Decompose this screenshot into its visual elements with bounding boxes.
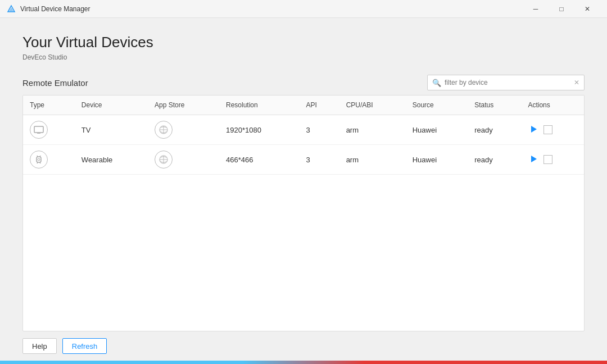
appstore-cell: [148, 115, 219, 145]
actions-cell: [521, 115, 584, 145]
table-header-row: Type Device App Store Resolution API CPU…: [23, 95, 584, 115]
section-title: Remote Emulator: [22, 78, 88, 88]
col-actions: Actions: [521, 95, 584, 115]
search-box[interactable]: 🔍 ✕: [427, 75, 585, 90]
svg-rect-9: [37, 157, 41, 162]
appstore-icon: [155, 151, 173, 169]
device-name-cell: TV: [75, 115, 148, 145]
svg-line-12: [37, 162, 38, 163]
svg-marker-8: [531, 126, 537, 133]
svg-point-14: [38, 158, 40, 161]
status-cell: ready: [468, 145, 521, 175]
page-title: Your Virtual Devices: [22, 34, 585, 51]
type-cell: [23, 145, 75, 175]
window-controls: ─ □ ✕: [523, 0, 600, 18]
svg-line-13: [40, 162, 40, 163]
col-cpuabi: CPU/ABI: [339, 95, 406, 115]
bottom-bar: [0, 361, 607, 364]
device-table-container: Type Device App Store Resolution API CPU…: [22, 95, 585, 331]
api-cell: 3: [300, 115, 339, 145]
col-appstore: App Store: [148, 95, 219, 115]
appstore-icon: [155, 121, 173, 139]
device-table: Type Device App Store Resolution API CPU…: [23, 95, 584, 175]
device-name-cell: Wearable: [75, 145, 148, 175]
main-content: Your Virtual Devices DevEco Studio Remot…: [0, 18, 607, 331]
status-cell: ready: [468, 115, 521, 145]
page-subtitle: DevEco Studio: [22, 53, 585, 61]
title-bar-text: Virtual Device Manager: [20, 5, 523, 13]
type-cell: [23, 115, 75, 145]
resolution-cell: 1920*1080: [219, 115, 300, 145]
col-device: Device: [75, 95, 148, 115]
stop-button[interactable]: [543, 125, 552, 134]
help-button[interactable]: Help: [22, 338, 57, 354]
footer: Help Refresh: [0, 331, 607, 361]
search-input[interactable]: [445, 79, 574, 87]
wearable-icon: [30, 151, 48, 169]
col-resolution: Resolution: [219, 95, 300, 115]
api-cell: 3: [300, 145, 339, 175]
search-icon: 🔍: [432, 79, 441, 87]
svg-rect-2: [34, 126, 43, 133]
resolution-cell: 466*466: [219, 145, 300, 175]
maximize-button[interactable]: □: [549, 0, 574, 18]
source-cell: Huawei: [406, 145, 468, 175]
close-button[interactable]: ✕: [574, 0, 600, 18]
app-logo: [7, 4, 16, 13]
col-source: Source: [406, 95, 468, 115]
play-button[interactable]: [528, 124, 539, 136]
play-button[interactable]: [528, 153, 539, 166]
source-cell: Huawei: [406, 115, 468, 145]
minimize-button[interactable]: ─: [523, 0, 549, 18]
section-header: Remote Emulator 🔍 ✕: [22, 75, 585, 90]
col-status: Status: [468, 95, 521, 115]
svg-line-11: [40, 156, 40, 157]
table-row: TV 1920*1080 3: [23, 115, 584, 145]
tv-icon: [30, 121, 48, 139]
col-type: Type: [23, 95, 75, 115]
search-clear-icon[interactable]: ✕: [574, 79, 579, 86]
stop-button[interactable]: [543, 155, 552, 164]
actions-cell: [521, 145, 584, 175]
cpuabi-cell: arm: [339, 145, 406, 175]
svg-marker-18: [531, 156, 537, 162]
col-api: API: [300, 95, 339, 115]
title-bar: Virtual Device Manager ─ □ ✕: [0, 0, 607, 18]
cpuabi-cell: arm: [339, 115, 406, 145]
svg-line-10: [37, 156, 38, 157]
table-row: Wearable 466*466: [23, 145, 584, 175]
appstore-cell: [148, 145, 219, 175]
refresh-button[interactable]: Refresh: [62, 338, 107, 354]
